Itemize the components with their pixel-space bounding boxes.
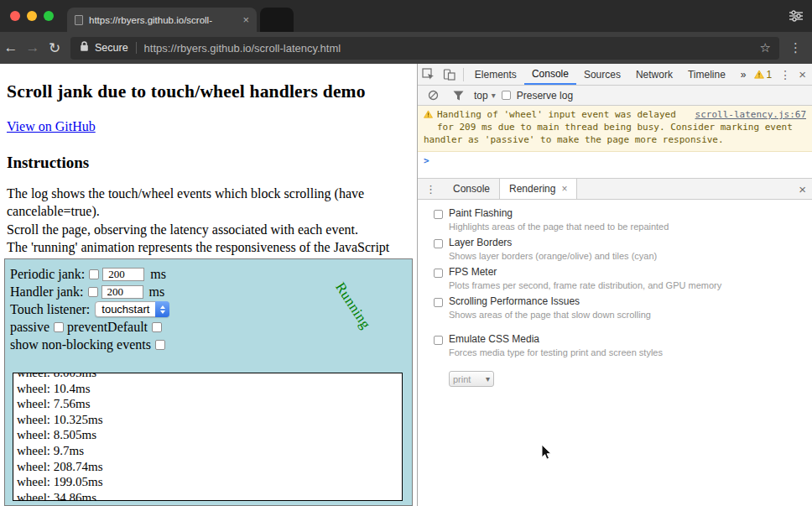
select-stepper-icon — [155, 301, 169, 317]
url-text[interactable]: https://rbyers.github.io/scroll-latency.… — [144, 42, 753, 55]
device-toolbar-icon[interactable] — [443, 69, 455, 81]
periodic-jank-input[interactable] — [102, 268, 144, 281]
handler-jank-checkbox[interactable] — [88, 287, 98, 297]
bookmark-star-icon[interactable]: ☆ — [760, 40, 771, 55]
tab-overflow-chevron[interactable]: » — [733, 64, 754, 85]
tab-sources[interactable]: Sources — [576, 64, 628, 85]
console-messages: scroll-latency.js:67 Handling of 'wheel'… — [418, 106, 812, 178]
instructions-line-1: The log shows the touch/wheel events whi… — [7, 185, 410, 221]
background-tab[interactable] — [260, 8, 294, 32]
address-toolbar: ← → ↻ Secure https://rbyers.github.io/sc… — [0, 32, 812, 64]
layer-borders-checkbox[interactable] — [434, 239, 443, 248]
drawer-tab-close-icon[interactable]: × — [561, 183, 567, 195]
fps-meter-checkbox[interactable] — [434, 269, 443, 278]
minimize-window-button[interactable] — [27, 11, 37, 21]
tab-elements[interactable]: Elements — [467, 64, 524, 85]
option-emulate-css-media: Emulate CSS Media Forces media type for … — [434, 334, 805, 357]
touch-listener-label: Touch listener: — [10, 302, 90, 317]
option-desc: Shows layer borders (orange/olive) and t… — [449, 251, 657, 261]
drawer-right: × — [799, 182, 812, 196]
close-window-button[interactable] — [10, 11, 20, 21]
preventdefault-label: preventDefault — [67, 320, 148, 335]
event-log[interactable]: wheel: 8.005ms wheel: 10.4ms wheel: 7.56… — [13, 373, 403, 501]
github-link[interactable]: View on GitHub — [7, 119, 96, 134]
warning-count-badge[interactable]: 1 — [754, 69, 773, 81]
log-entry: wheel: 199.05ms — [17, 474, 402, 490]
chevron-down-icon: ▾ — [486, 374, 490, 383]
tab-close-icon[interactable]: × — [242, 13, 249, 26]
preserve-log-checkbox[interactable] — [502, 91, 511, 100]
periodic-jank-unit: ms — [150, 267, 166, 282]
log-entry: wheel: 208.74ms — [17, 459, 402, 475]
warning-triangle-icon — [754, 70, 764, 79]
chevron-down-icon: ▾ — [492, 91, 496, 100]
handler-jank-unit: ms — [149, 284, 165, 300]
clear-console-icon[interactable] — [428, 90, 439, 101]
warning-icon — [424, 110, 433, 123]
zoom-window-button[interactable] — [44, 11, 54, 21]
active-tab[interactable]: https://rbyers.github.io/scroll- × — [67, 8, 257, 32]
drawer-tab-console[interactable]: Console — [444, 179, 499, 199]
nonblocking-row: show non-blocking events — [10, 336, 412, 352]
tab-title: https://rbyers.github.io/scroll- — [89, 15, 237, 25]
source-location-link[interactable]: scroll-latency.js:67 — [695, 109, 806, 122]
devtools-menu-icon[interactable]: ⋮ — [779, 68, 791, 81]
nonblocking-label: show non-blocking events — [10, 337, 151, 352]
handler-jank-input[interactable] — [102, 285, 143, 299]
option-label: Emulate CSS Media — [449, 334, 663, 345]
console-prompt[interactable]: > — [418, 152, 812, 170]
option-desc: Plots frames per second, frame rate dist… — [449, 280, 721, 290]
scrolling-performance-checkbox[interactable] — [434, 298, 443, 307]
browser-menu-icon[interactable]: ⋮ — [784, 40, 812, 55]
page-content: Scroll jank due to touch/wheel handlers … — [0, 64, 417, 506]
execution-context-select[interactable]: top ▾ — [474, 90, 496, 102]
tab-console[interactable]: Console — [524, 64, 576, 85]
browser-window: https://rbyers.github.io/scroll- × ← → ↻ — [0, 0, 812, 506]
periodic-jank-checkbox[interactable] — [89, 269, 99, 279]
option-label: Layer Borders — [449, 237, 657, 248]
instructions-heading: Instructions — [7, 154, 410, 172]
log-entry-clipped: wheel: 8.005ms — [17, 373, 402, 381]
css-media-value: print — [453, 374, 471, 384]
touch-listener-select[interactable]: touchstart — [95, 301, 169, 317]
css-media-select[interactable]: print ▾ — [449, 371, 494, 387]
option-desc: Shows areas of the page that slow down s… — [449, 310, 651, 320]
paint-flashing-checkbox[interactable] — [434, 210, 443, 219]
console-toolbar: top ▾ Preserve log — [418, 86, 812, 106]
passive-checkbox[interactable] — [54, 322, 64, 332]
nonblocking-checkbox[interactable] — [155, 340, 165, 350]
controls-panel: Periodic jank: ms Handler jank: ms Touch… — [4, 258, 413, 506]
log-entry: wheel: 10.325ms — [17, 412, 402, 428]
drawer-tab-rendering[interactable]: Rendering × — [499, 179, 577, 199]
inspect-element-icon[interactable] — [422, 68, 435, 81]
passive-row: passive preventDefault — [10, 319, 412, 335]
devtools-toolbar: Elements Console Sources Network Timelin… — [418, 64, 812, 86]
drawer-close-icon[interactable]: × — [799, 182, 806, 196]
forward-button[interactable]: → — [22, 39, 44, 56]
devtools-close-icon[interactable]: × — [799, 67, 806, 81]
rendering-panel: Paint Flashing Highlights areas of the p… — [418, 200, 812, 506]
execution-context-value: top — [474, 90, 488, 102]
option-label: FPS Meter — [449, 267, 721, 278]
back-button[interactable]: ← — [0, 39, 22, 56]
preventdefault-checkbox[interactable] — [152, 322, 162, 332]
devtools-panel: Elements Console Sources Network Timelin… — [417, 64, 812, 506]
console-warning-message: scroll-latency.js:67 Handling of 'wheel'… — [418, 106, 812, 152]
instructions-line-2: Scroll the page, observing the latency a… — [7, 221, 410, 238]
log-entry: wheel: 34.86ms — [17, 490, 402, 501]
filter-icon[interactable] — [453, 91, 464, 101]
periodic-jank-label: Periodic jank: — [10, 267, 85, 282]
drawer-menu-icon[interactable]: ⋮ — [418, 183, 444, 196]
instructions-line-3: The 'running' animation represents the r… — [7, 238, 410, 256]
tab-strip: https://rbyers.github.io/scroll- × — [0, 0, 812, 32]
emulate-css-media-checkbox[interactable] — [434, 336, 443, 345]
periodic-jank-row: Periodic jank: ms — [10, 266, 412, 282]
handler-jank-label: Handler jank: — [10, 284, 84, 300]
address-bar[interactable]: Secure https://rbyers.github.io/scroll-l… — [70, 37, 779, 60]
reload-button[interactable]: ↻ — [44, 39, 65, 57]
tab-network[interactable]: Network — [628, 64, 680, 85]
option-fps-meter: FPS Meter Plots frames per second, frame… — [434, 267, 805, 290]
tab-timeline[interactable]: Timeline — [680, 64, 733, 85]
devtools-toolbar-right: 1 ⋮ × — [754, 67, 812, 81]
settings-sliders-icon[interactable] — [789, 9, 804, 26]
